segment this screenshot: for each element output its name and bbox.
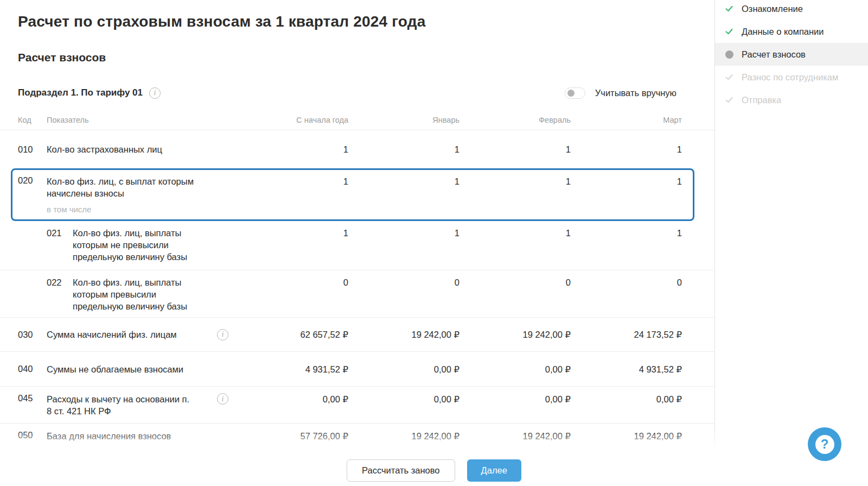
table-row-010[interactable]: 010 Кол-во застрахованных лиц 1 1 1 1 xyxy=(0,130,714,168)
value-january: 1 xyxy=(348,175,459,187)
check-icon xyxy=(724,3,735,14)
col-header-ytd: С начала года xyxy=(239,116,348,124)
current-step-dot-icon xyxy=(724,49,735,60)
value-ytd: 0,00 ₽ xyxy=(239,393,348,405)
step-employee-breakdown: Разнос по сотрудникам xyxy=(715,66,868,89)
row-note: в том числе xyxy=(47,204,207,216)
row-code: 010 xyxy=(18,144,47,155)
value-january: 0,00 ₽ xyxy=(348,393,459,405)
table-row-022[interactable]: 022 Кол-во физ. лиц, выплаты которым пре… xyxy=(0,270,714,318)
value-february: 19 242,00 ₽ xyxy=(459,329,571,340)
insurance-contributions-wizard: Расчет по страховым взносам за 1 квартал… xyxy=(0,0,868,486)
table-row-030[interactable]: 030 Сумма начислений физ. лицам i 62 657… xyxy=(0,318,714,352)
value-ytd: 4 931,52 ₽ xyxy=(239,363,348,375)
manual-mode-toggle[interactable] xyxy=(565,87,585,99)
row-code: 021 xyxy=(47,227,73,263)
row-code: 022 xyxy=(47,276,73,312)
step-label: Ознакомление xyxy=(742,4,803,14)
subsection-header: Подраздел 1. По тарифу 01 i xyxy=(18,87,161,99)
row-label: 021 Кол-во физ. лиц, выплаты которым не … xyxy=(47,227,217,263)
value-ytd: 1 xyxy=(239,175,348,187)
value-ytd: 1 xyxy=(239,227,348,239)
row-label: Кол-во физ. лиц, с выплат которым начисл… xyxy=(47,175,217,216)
col-header-indicator: Показатель xyxy=(47,116,217,124)
value-february: 0,00 ₽ xyxy=(459,363,571,375)
value-january: 0 xyxy=(348,276,459,288)
value-ytd: 62 657,52 ₽ xyxy=(239,329,348,340)
value-march: 4 931,52 ₽ xyxy=(571,363,682,375)
toggle-knob xyxy=(567,90,575,97)
table-row-021[interactable]: 021 Кол-во физ. лиц, выплаты которым не … xyxy=(0,221,714,270)
recalculate-button[interactable]: Рассчитать заново xyxy=(347,459,455,482)
check-icon xyxy=(724,94,735,105)
wizard-steps-sidebar: Ознакомление Данные о компании Расчет вз… xyxy=(714,0,868,451)
row-label: Кол-во застрахованных лиц xyxy=(47,143,217,155)
row-label: Сумма начислений физ. лицам xyxy=(47,329,217,340)
value-february: 0,00 ₽ xyxy=(459,393,571,405)
steps-list: Ознакомление Данные о компании Расчет вз… xyxy=(715,0,868,111)
subsection-title: Подраздел 1. По тарифу 01 xyxy=(18,87,143,98)
value-january: 1 xyxy=(348,143,459,155)
main-content: Расчет по страховым взносам за 1 квартал… xyxy=(0,0,714,486)
value-march: 1 xyxy=(571,175,682,187)
step-company-data[interactable]: Данные о компании xyxy=(715,20,868,43)
row-code: 030 xyxy=(18,330,47,340)
step-acquaintance[interactable]: Ознакомление xyxy=(715,0,868,20)
info-icon[interactable]: i xyxy=(217,393,228,405)
check-icon xyxy=(724,26,735,37)
row-label: 022 Кол-во физ. лиц, выплаты которым пре… xyxy=(47,276,217,312)
value-february: 0 xyxy=(459,276,571,288)
manual-toggle-group: Учитывать вручную xyxy=(565,87,676,99)
step-label: Разнос по сотрудникам xyxy=(742,72,838,83)
value-january: 19 242,00 ₽ xyxy=(348,329,459,340)
question-mark-icon: ? xyxy=(815,435,834,454)
footer-fade-overlay xyxy=(0,430,868,451)
value-february: 1 xyxy=(459,175,571,187)
value-february: 1 xyxy=(459,227,571,239)
row-label: Расходы к вычету на основании п. 8 ст. 4… xyxy=(47,393,217,417)
help-button[interactable]: ? xyxy=(808,427,841,461)
table-row-040[interactable]: 040 Суммы не облагаемые взносами 4 931,5… xyxy=(0,352,714,387)
value-january: 1 xyxy=(348,227,459,239)
col-header-february: Февраль xyxy=(459,116,571,124)
value-february: 1 xyxy=(459,143,571,155)
col-header-code: Код xyxy=(18,116,47,124)
table-row-045[interactable]: 045 Расходы к вычету на основании п. 8 с… xyxy=(0,387,714,424)
next-button[interactable]: Далее xyxy=(467,459,521,482)
subsection-bar: Подраздел 1. По тарифу 01 i Учитывать вр… xyxy=(18,85,676,101)
table-row-020-selected[interactable]: 020 Кол-во физ. лиц, с выплат которым на… xyxy=(0,168,714,221)
value-march: 0,00 ₽ xyxy=(571,393,682,405)
col-header-january: Январь xyxy=(348,116,459,124)
row-code: 020 xyxy=(18,175,47,186)
value-march: 1 xyxy=(571,143,682,155)
value-march: 0 xyxy=(571,276,682,288)
value-march: 24 173,52 ₽ xyxy=(571,329,682,340)
footer-action-bar: Рассчитать заново Далее xyxy=(0,451,868,486)
step-label: Отправка xyxy=(742,95,781,105)
value-march: 1 xyxy=(571,227,682,239)
table-header-row: Код Показатель С начала года Январь Февр… xyxy=(0,110,714,130)
contributions-table: Код Показатель С начала года Январь Февр… xyxy=(0,110,714,458)
row-label: Суммы не облагаемые взносами xyxy=(47,363,217,375)
step-submission: Отправка xyxy=(715,89,868,111)
step-contribution-calc[interactable]: Расчет взносов xyxy=(715,43,868,66)
page-title: Расчет по страховым взносам за 1 квартал… xyxy=(18,13,426,30)
row-code: 040 xyxy=(18,364,47,374)
row-code: 045 xyxy=(18,393,47,403)
section-title: Расчет взносов xyxy=(18,51,106,64)
step-label: Данные о компании xyxy=(742,27,824,37)
info-icon[interactable]: i xyxy=(217,329,228,340)
check-icon xyxy=(724,72,735,83)
step-label: Расчет взносов xyxy=(742,49,806,60)
info-icon[interactable]: i xyxy=(149,87,161,99)
value-january: 0,00 ₽ xyxy=(348,363,459,375)
value-ytd: 1 xyxy=(239,143,348,155)
manual-toggle-label: Учитывать вручную xyxy=(595,88,676,98)
value-ytd: 0 xyxy=(239,276,348,288)
col-header-march: Март xyxy=(571,116,682,124)
